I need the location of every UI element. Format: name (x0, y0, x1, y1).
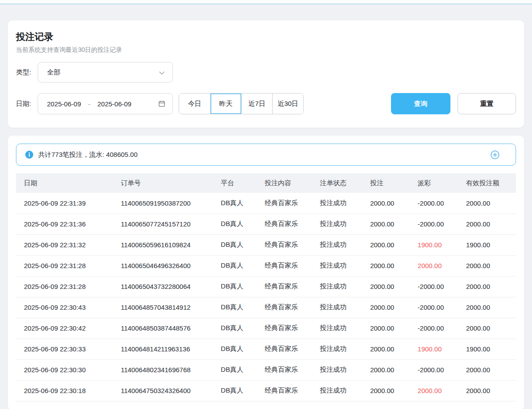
page-subtitle: 当前系统支持查询最近30日的投注记录 (16, 46, 516, 54)
cell-payout: 1900.00 (410, 339, 458, 359)
cell-order-id: 1140065046496326400 (113, 255, 213, 276)
cell-bet-amount: 2000.00 (362, 380, 410, 401)
quick-range-button[interactable]: 近30日 (272, 93, 303, 114)
cell-date: 2025-06-09 22:31:36 (16, 214, 113, 234)
column-header: 日期 (16, 173, 113, 193)
cell-platform: DB真人 (213, 380, 257, 401)
date-label: 日期: (16, 100, 38, 108)
info-icon (25, 151, 33, 159)
cell-bet-content: 经典百家乐 (257, 234, 312, 255)
cell-valid-amount: 2000.00 (458, 214, 516, 234)
query-button[interactable]: 查询 (391, 93, 450, 114)
reset-button[interactable]: 重置 (458, 93, 516, 114)
filter-panel: 投注记录 当前系统支持查询最近30日的投注记录 类型: 全部 日期: 2025-… (8, 20, 524, 128)
cell-order-id: 1140064814211963136 (113, 339, 213, 359)
cell-status: 投注成功 (312, 380, 362, 401)
page-title: 投注记录 (16, 31, 516, 42)
cell-bet-amount: 2000.00 (362, 297, 410, 318)
quick-range-button[interactable]: 昨天 (210, 93, 241, 114)
chevron-down-icon (159, 69, 164, 76)
top-divider (0, 0, 532, 4)
cell-date: 2025-06-09 22:30:42 (16, 318, 113, 339)
column-header: 订单号 (113, 173, 213, 193)
cell-date: 2025-06-09 22:31:32 (16, 234, 113, 255)
cell-date: 2025-06-09 22:31:39 (16, 193, 113, 214)
cell-date: 2025-06-09 22:31:28 (16, 276, 113, 297)
type-label: 类型: (16, 68, 38, 77)
cell-valid-amount: 2000.00 (458, 359, 516, 380)
cell-status: 投注成功 (312, 255, 362, 276)
cell-bet-content: 经典百家乐 (257, 255, 312, 276)
cell-date: 2025-06-09 22:30:43 (16, 297, 113, 318)
cell-date: 2025-06-09 22:30:18 (16, 380, 113, 401)
cell-platform: DB真人 (213, 297, 257, 318)
column-header: 投注 (362, 173, 410, 193)
calendar-icon (158, 100, 165, 107)
date-range-input[interactable]: 2025-06-09 - 2025-06-09 (38, 93, 173, 114)
table-row: 2025-06-09 22:31:39 1140065091950387200 … (16, 193, 516, 214)
cell-status: 投注成功 (312, 359, 362, 380)
cell-bet-content: 经典百家乐 (257, 214, 312, 234)
table-row: 2025-06-09 22:31:36 1140065077245157120 … (16, 214, 516, 234)
plus-circle-icon[interactable] (490, 150, 500, 160)
type-select[interactable]: 全部 (38, 62, 173, 82)
quick-range-button[interactable]: 近7日 (241, 93, 272, 114)
table-row: 2025-06-09 22:30:42 1140064850387448576 … (16, 318, 516, 339)
cell-bet-amount: 2000.00 (362, 359, 410, 380)
cell-valid-amount: 2000.00 (458, 255, 516, 276)
cell-platform: DB真人 (213, 359, 257, 380)
cell-order-id: 1140065059616109824 (113, 234, 213, 255)
cell-valid-amount: 2000.00 (458, 297, 516, 318)
cell-order-id: 1140064750324326400 (113, 380, 213, 401)
cell-platform: DB真人 (213, 339, 257, 359)
cell-bet-content: 经典百家乐 (257, 318, 312, 339)
cell-valid-amount: 2000.00 (458, 380, 516, 401)
cell-bet-amount: 2000.00 (362, 276, 410, 297)
cell-bet-amount: 2000.00 (362, 318, 410, 339)
cell-order-id: 1140064850387448576 (113, 318, 213, 339)
cell-bet-content: 经典百家乐 (257, 359, 312, 380)
table-row: 2025-06-09 22:30:33 1140064814211963136 … (16, 339, 516, 359)
cell-valid-amount: 1900.00 (458, 234, 516, 255)
quick-range-group: 今日昨天近7日近30日 (179, 93, 304, 114)
cell-payout: 2000.00 (410, 255, 458, 276)
cell-bet-content: 经典百家乐 (257, 276, 312, 297)
table-row: 2025-06-09 22:31:28 1140065046496326400 … (16, 255, 516, 276)
column-header: 平台 (213, 173, 257, 193)
date-range-separator: - (88, 100, 90, 108)
cell-payout: -2000.00 (410, 276, 458, 297)
cell-bet-amount: 2000.00 (362, 193, 410, 214)
cell-platform: DB真人 (213, 193, 257, 214)
cell-valid-amount: 2000.00 (458, 318, 516, 339)
cell-bet-amount: 2000.00 (362, 234, 410, 255)
cell-order-id: 1140064857043814912 (113, 297, 213, 318)
table-row: 2025-06-09 22:31:32 1140065059616109824 … (16, 234, 516, 255)
cell-platform: DB真人 (213, 234, 257, 255)
cell-bet-content: 经典百家乐 (257, 380, 312, 401)
cell-valid-amount: 2000.00 (458, 276, 516, 297)
cell-platform: DB真人 (213, 214, 257, 234)
cell-date: 2025-06-09 22:30:33 (16, 339, 113, 359)
cell-platform: DB真人 (213, 255, 257, 276)
summary-bar: 共计773笔投注，流水: 408605.00 (16, 144, 516, 166)
cell-status: 投注成功 (312, 193, 362, 214)
cell-payout: -2000.00 (410, 214, 458, 234)
cell-payout: -2000.00 (410, 297, 458, 318)
cell-bet-amount: 2000.00 (362, 214, 410, 234)
cell-status: 投注成功 (312, 276, 362, 297)
quick-range-button[interactable]: 今日 (179, 93, 210, 114)
records-table: 日期订单号平台投注内容注单状态投注派彩有效投注额 2025-06-09 22:3… (16, 173, 516, 401)
cell-payout: -2000.00 (410, 193, 458, 214)
table-row: 2025-06-09 22:30:18 1140064750324326400 … (16, 380, 516, 401)
cell-bet-amount: 2000.00 (362, 255, 410, 276)
cell-platform: DB真人 (213, 318, 257, 339)
cell-date: 2025-06-09 22:30:30 (16, 359, 113, 380)
cell-date: 2025-06-09 22:31:28 (16, 255, 113, 276)
cell-order-id: 1140065091950387200 (113, 193, 213, 214)
table-row: 2025-06-09 22:30:30 1140064802341696768 … (16, 359, 516, 380)
cell-order-id: 1140065043732280064 (113, 276, 213, 297)
cell-platform: DB真人 (213, 276, 257, 297)
cell-status: 投注成功 (312, 318, 362, 339)
cell-bet-amount: 2000.00 (362, 339, 410, 359)
cell-payout: -2000.00 (410, 359, 458, 380)
